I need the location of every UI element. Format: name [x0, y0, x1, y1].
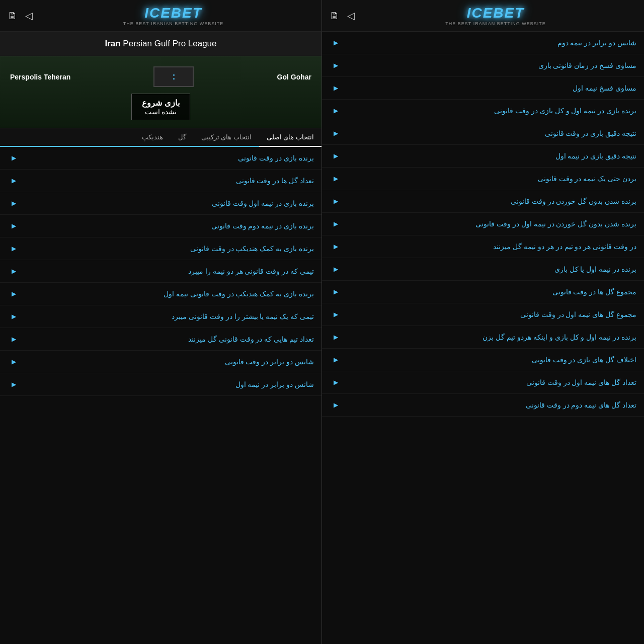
match-status-box: بازی شروع نشده است — [131, 94, 190, 120]
bet-text: برنده شدن بدون گل خوردن در نیمه اول در و… — [338, 220, 636, 228]
match-status-line2: نشده است — [142, 108, 179, 116]
arrow-icon: ▶ — [12, 222, 16, 229]
arrow-icon: ▶ — [12, 200, 16, 207]
logo-text-left: ICEBET — [144, 5, 202, 21]
list-item[interactable]: برنده بازی در نیمه دوم وقت قانونی ▶ — [0, 215, 321, 237]
bet-text: برنده بازی در نیمه دوم وقت قانونی — [16, 222, 314, 230]
tab-handicap[interactable]: هندیکپ — [134, 128, 171, 146]
arrow-icon: ▶ — [12, 313, 16, 320]
arrow-icon: ▶ — [334, 152, 338, 159]
list-item[interactable]: برنده بازی به کمک هندیکپ در وقت قانونی ن… — [0, 283, 321, 305]
arrow-icon: ▶ — [334, 334, 338, 341]
bet-text: مساوی فسخ نیمه اول — [338, 84, 636, 92]
list-item[interactable]: شانس دو برابر در نیمه دوم ▶ — [322, 32, 644, 54]
arrow-icon: ▶ — [334, 243, 338, 250]
header-right: 🗎 ◁ ICEBET THE BEST IRANIAN BETTING WEBS… — [322, 0, 644, 32]
filter-icon-right[interactable]: ◁ — [347, 10, 355, 22]
left-bet-list: برنده بازی در وقت قانونی ▶ تعداد گل ها د… — [0, 147, 321, 396]
arrow-icon: ▶ — [12, 381, 16, 388]
right-bet-list: شانس دو برابر در نیمه دوم ▶ مساوی فسخ در… — [322, 32, 644, 417]
arrow-icon: ▶ — [334, 198, 338, 205]
list-item[interactable]: شانس دو برابر در وقت قانونی ▶ — [0, 351, 321, 373]
arrow-icon: ▶ — [334, 401, 338, 409]
arrow-icon: ▶ — [334, 288, 338, 295]
team-home: Perspolis Teheran — [10, 73, 70, 81]
bet-text: مجموع گل ها در وقت قانونی — [338, 288, 636, 296]
document-icon[interactable]: 🗎 — [8, 10, 18, 22]
list-item[interactable]: مجموع گل ها در وقت قانونی ▶ — [322, 281, 644, 303]
bet-text: در وقت قانونی هر دو تیم در هر دو نیمه گل… — [338, 243, 636, 251]
arrow-icon: ▶ — [12, 290, 16, 297]
header-left: 🗎 ◁ ICEBET THE BEST IRANIAN BETTING WEBS… — [0, 0, 322, 32]
arrow-icon: ▶ — [12, 177, 16, 184]
list-item[interactable]: در وقت قانونی هر دو تیم در هر دو نیمه گل… — [322, 235, 644, 258]
bet-text: بردن حتی یک نیمه در وقت قانونی — [338, 175, 636, 183]
list-item[interactable]: مجموع گل های نیمه اول در وقت قانونی ▶ — [322, 303, 644, 326]
list-item[interactable]: برنده شدن بدون گل خوردن در نیمه اول در و… — [322, 213, 644, 235]
list-item[interactable]: نتیجه دقیق بازی در نیمه اول ▶ — [322, 145, 644, 168]
bet-text: تعداد تیم هایی که در وقت قانونی گل میزنن… — [16, 335, 314, 343]
arrow-icon: ▶ — [334, 85, 338, 92]
tab-goal[interactable]: گل — [171, 128, 194, 146]
arrow-icon: ▶ — [12, 336, 16, 343]
bet-text: برنده در نیمه اول و کل بازی و اینکه هردو… — [338, 333, 636, 341]
bet-text: تیمی که یک نیمه یا بیشتر را در وقت قانون… — [16, 312, 314, 320]
list-item[interactable]: تعداد تیم هایی که در وقت قانونی گل میزنن… — [0, 328, 321, 351]
bet-text: برنده بازی به کمک هندیکپ در وقت قانونی — [16, 245, 314, 253]
list-item[interactable]: تعداد گل های نیمه دوم در وقت قانونی ▶ — [322, 394, 644, 417]
bet-text: تیمی که در وقت قانونی هر دو نیمه را میبر… — [16, 267, 314, 275]
right-panel: شانس دو برابر در نیمه دوم ▶ مساوی فسخ در… — [322, 32, 644, 644]
list-item[interactable]: مساوی فسخ در زمان قانونی بازی ▶ — [322, 54, 644, 77]
list-item[interactable]: برنده بازی در نیمه اول و کل بازی در وقت … — [322, 100, 644, 122]
list-item[interactable]: برنده در نیمه اول و کل بازی و اینکه هردو… — [322, 326, 644, 349]
list-item[interactable]: تیمی که در وقت قانونی هر دو نیمه را میبر… — [0, 260, 321, 283]
arrow-icon: ▶ — [334, 356, 338, 363]
list-item[interactable]: نتیجه دقیق بازی در وقت قانونی ▶ — [322, 122, 644, 145]
document-icon-right[interactable]: 🗎 — [330, 10, 340, 22]
logo-text-right: ICEBET — [467, 5, 525, 21]
bet-text: شانس دو برابر در وقت قانونی — [16, 358, 314, 366]
arrow-icon: ▶ — [334, 130, 338, 137]
bet-text: شانس دو برابر در نیمه دوم — [338, 39, 636, 47]
match-status-line1: بازی شروع — [142, 98, 179, 108]
list-item[interactable]: برنده در نیمه اول یا کل بازی ▶ — [322, 258, 644, 281]
arrow-icon: ▶ — [334, 107, 338, 114]
list-item[interactable]: تیمی که یک نیمه یا بیشتر را در وقت قانون… — [0, 305, 321, 328]
list-item[interactable]: برنده بازی به کمک هندیکپ در وقت قانونی ▶ — [0, 237, 321, 260]
bet-text: برنده در نیمه اول یا کل بازی — [338, 265, 636, 273]
arrow-icon: ▶ — [334, 175, 338, 182]
arrow-icon: ▶ — [334, 220, 338, 227]
bet-text: نتیجه دقیق بازی در وقت قانونی — [338, 129, 636, 137]
bet-text: مجموع گل های نیمه اول در وقت قانونی — [338, 310, 636, 318]
logo-area-right: ICEBET THE BEST IRANIAN BETTING WEBSITE — [355, 5, 636, 26]
league-rest: Persian Gulf Pro League — [121, 39, 217, 48]
bet-text: اختلاف گل های بازی در وقت قانونی — [338, 356, 636, 364]
bet-text: برنده بازی در وقت قانونی — [16, 154, 314, 162]
bet-text: تعداد گل های نیمه اول در وقت قانونی — [338, 378, 636, 386]
list-item[interactable]: برنده بازی در نیمه اول وقت قانونی ▶ — [0, 192, 321, 215]
list-item[interactable]: برنده بازی در وقت قانونی ▶ — [0, 147, 321, 170]
arrow-icon: ▶ — [334, 379, 338, 386]
list-item[interactable]: بردن حتی یک نیمه در وقت قانونی ▶ — [322, 168, 644, 190]
filter-icon[interactable]: ◁ — [25, 10, 33, 22]
list-item[interactable]: مساوی فسخ نیمه اول ▶ — [322, 77, 644, 100]
logo-sub-right: THE BEST IRANIAN BETTING WEBSITE — [445, 21, 545, 26]
arrow-icon: ▶ — [12, 358, 16, 365]
list-item[interactable]: شانس دو برابر در نیمه اول ▶ — [0, 373, 321, 396]
list-item[interactable]: برنده شدن بدون گل خوردن در وقت قانونی ▶ — [322, 190, 644, 213]
list-item[interactable]: اختلاف گل های بازی در وقت قانونی ▶ — [322, 349, 644, 371]
team-away: Gol Gohar — [277, 73, 311, 81]
bet-text: تعداد گل های نیمه دوم در وقت قانونی — [338, 401, 636, 409]
tab-main-selections[interactable]: انتخاب های اصلی — [259, 128, 321, 147]
list-item[interactable]: تعداد گل ها در وقت قانونی ▶ — [0, 170, 321, 192]
bet-text: تعداد گل ها در وقت قانونی — [16, 177, 314, 185]
arrow-icon: ▶ — [334, 311, 338, 318]
tabs-row: انتخاب های اصلی انتخاب های ترکیبی گل هند… — [0, 128, 321, 147]
header: 🗎 ◁ ICEBET THE BEST IRANIAN BETTING WEBS… — [0, 0, 644, 32]
bet-text: نتیجه دقیق بازی در نیمه اول — [338, 152, 636, 160]
bet-text: شانس دو برابر در نیمه اول — [16, 380, 314, 388]
logo-area-left: ICEBET THE BEST IRANIAN BETTING WEBSITE — [33, 5, 314, 26]
score-box: : — [153, 66, 194, 87]
list-item[interactable]: تعداد گل های نیمه اول در وقت قانونی ▶ — [322, 371, 644, 394]
tab-combo-selections[interactable]: انتخاب های ترکیبی — [194, 128, 259, 146]
